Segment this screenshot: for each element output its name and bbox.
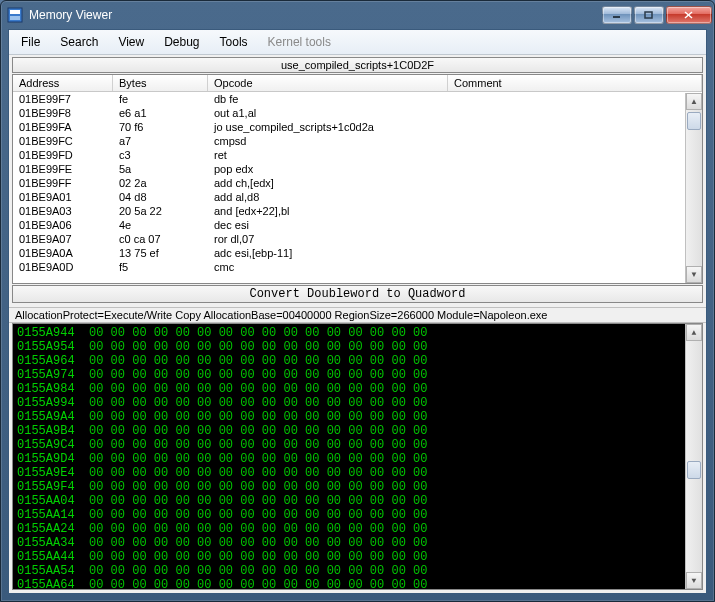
cell-address: 01BE99FF (13, 176, 113, 190)
disasm-row[interactable]: 01BE9A0A13 75 efadc esi,[ebp-11] (13, 246, 702, 260)
disasm-row[interactable]: 01BE99FCa7cmpsd (13, 134, 702, 148)
cell-address: 01BE99FE (13, 162, 113, 176)
cell-bytes: a7 (113, 134, 208, 148)
hex-row[interactable]: 0155A9A4 00 00 00 00 00 00 00 00 00 00 0… (17, 410, 698, 424)
allocation-info: AllocationProtect=Execute/Write Copy All… (9, 307, 706, 323)
window-title: Memory Viewer (29, 8, 600, 22)
disasm-row[interactable]: 01BE99FE5apop edx (13, 162, 702, 176)
hex-row[interactable]: 0155A974 00 00 00 00 00 00 00 00 00 00 0… (17, 368, 698, 382)
cell-address: 01BE99F8 (13, 106, 113, 120)
scroll-up-icon[interactable]: ▲ (686, 93, 702, 110)
hex-row[interactable]: 0155AA24 00 00 00 00 00 00 00 00 00 00 0… (17, 522, 698, 536)
cell-bytes: f5 (113, 260, 208, 274)
cell-address: 01BE9A0D (13, 260, 113, 274)
hex-row[interactable]: 0155AA54 00 00 00 00 00 00 00 00 00 00 0… (17, 564, 698, 578)
hex-scrollbar[interactable]: ▲ ▼ (685, 324, 702, 589)
hex-row[interactable]: 0155AA44 00 00 00 00 00 00 00 00 00 00 0… (17, 550, 698, 564)
cell-bytes: 02 2a (113, 176, 208, 190)
hex-row[interactable]: 0155A964 00 00 00 00 00 00 00 00 00 00 0… (17, 354, 698, 368)
hex-row[interactable]: 0155A9E4 00 00 00 00 00 00 00 00 00 00 0… (17, 466, 698, 480)
menubar: File Search View Debug Tools Kernel tool… (9, 30, 706, 55)
menu-view[interactable]: View (110, 33, 152, 51)
hex-row[interactable]: 0155A9C4 00 00 00 00 00 00 00 00 00 00 0… (17, 438, 698, 452)
hex-row[interactable]: 0155AA14 00 00 00 00 00 00 00 00 00 00 0… (17, 508, 698, 522)
window-buttons (600, 6, 712, 24)
cell-opcode: out a1,al (208, 106, 702, 120)
scroll-up-icon[interactable]: ▲ (686, 324, 702, 341)
cell-opcode: adc esi,[ebp-11] (208, 246, 702, 260)
hex-row[interactable]: 0155A9F4 00 00 00 00 00 00 00 00 00 00 0… (17, 480, 698, 494)
col-comment[interactable]: Comment (448, 75, 702, 91)
col-opcode[interactable]: Opcode (208, 75, 448, 91)
cell-bytes: c0 ca 07 (113, 232, 208, 246)
cell-bytes: c3 (113, 148, 208, 162)
disassembly-panel: Address Bytes Opcode Comment 01BE99F7fed… (12, 74, 703, 284)
column-headers: Address Bytes Opcode Comment (13, 75, 702, 92)
disasm-row[interactable]: 01BE99F7fedb fe (13, 92, 702, 106)
cell-address: 01BE99FC (13, 134, 113, 148)
disasm-row[interactable]: 01BE99FA70 f6jo use_compiled_scripts+1c0… (13, 120, 702, 134)
menu-tools[interactable]: Tools (212, 33, 256, 51)
menu-search[interactable]: Search (52, 33, 106, 51)
cell-address: 01BE99FD (13, 148, 113, 162)
cell-address: 01BE9A0A (13, 246, 113, 260)
svg-rect-2 (10, 16, 20, 20)
hex-row[interactable]: 0155A984 00 00 00 00 00 00 00 00 00 00 0… (17, 382, 698, 396)
maximize-button[interactable] (634, 6, 664, 24)
disasm-row[interactable]: 01BE9A064edec esi (13, 218, 702, 232)
scroll-track[interactable] (686, 341, 702, 572)
disasm-row[interactable]: 01BE99F8e6 a1out a1,al (13, 106, 702, 120)
cell-opcode: dec esi (208, 218, 702, 232)
scroll-down-icon[interactable]: ▼ (686, 266, 702, 283)
disasm-row[interactable]: 01BE99FF02 2aadd ch,[edx] (13, 176, 702, 190)
disassembly-rows[interactable]: 01BE99F7fedb fe01BE99F8e6 a1out a1,al01B… (13, 92, 702, 283)
cell-address: 01BE9A07 (13, 232, 113, 246)
cell-opcode: cmc (208, 260, 702, 274)
disasm-row[interactable]: 01BE99FDc3ret (13, 148, 702, 162)
disasm-row[interactable]: 01BE9A0320 5a 22and [edx+22],bl (13, 204, 702, 218)
scroll-thumb[interactable] (687, 461, 701, 479)
hex-row[interactable]: 0155A954 00 00 00 00 00 00 00 00 00 00 0… (17, 340, 698, 354)
menu-debug[interactable]: Debug (156, 33, 207, 51)
cell-address: 01BE9A03 (13, 204, 113, 218)
cell-bytes: fe (113, 92, 208, 106)
window-frame: Memory Viewer File Search View Debug Too… (0, 0, 715, 602)
instruction-description: Convert Doubleword to Quadword (12, 285, 703, 303)
cell-opcode: and [edx+22],bl (208, 204, 702, 218)
app-icon (7, 7, 23, 23)
cell-bytes: 5a (113, 162, 208, 176)
client-area: File Search View Debug Tools Kernel tool… (8, 29, 707, 594)
hex-row[interactable]: 0155AA64 00 00 00 00 00 00 00 00 00 00 0… (17, 578, 698, 590)
close-button[interactable] (666, 6, 712, 24)
cell-address: 01BE9A01 (13, 190, 113, 204)
cell-address: 01BE99FA (13, 120, 113, 134)
hex-row[interactable]: 0155A994 00 00 00 00 00 00 00 00 00 00 0… (17, 396, 698, 410)
hex-row[interactable]: 0155AA34 00 00 00 00 00 00 00 00 00 00 0… (17, 536, 698, 550)
disasm-row[interactable]: 01BE9A0Df5cmc (13, 260, 702, 274)
minimize-button[interactable] (602, 6, 632, 24)
svg-rect-1 (10, 10, 20, 14)
titlebar[interactable]: Memory Viewer (1, 1, 714, 29)
cell-bytes: 4e (113, 218, 208, 232)
cell-opcode: add ch,[edx] (208, 176, 702, 190)
cell-bytes: e6 a1 (113, 106, 208, 120)
cell-opcode: pop edx (208, 162, 702, 176)
hex-view[interactable]: 0155A944 00 00 00 00 00 00 00 00 00 00 0… (12, 323, 703, 590)
menu-kernel-tools[interactable]: Kernel tools (260, 33, 339, 51)
scroll-track[interactable] (686, 110, 702, 266)
hex-row[interactable]: 0155A944 00 00 00 00 00 00 00 00 00 00 0… (17, 326, 698, 340)
col-bytes[interactable]: Bytes (113, 75, 208, 91)
col-address[interactable]: Address (13, 75, 113, 91)
cell-opcode: add al,d8 (208, 190, 702, 204)
scroll-thumb[interactable] (687, 112, 701, 130)
hex-row[interactable]: 0155A9D4 00 00 00 00 00 00 00 00 00 00 0… (17, 452, 698, 466)
disasm-scrollbar[interactable]: ▲ ▼ (685, 93, 702, 283)
disasm-row[interactable]: 01BE9A0104 d8add al,d8 (13, 190, 702, 204)
menu-file[interactable]: File (13, 33, 48, 51)
cell-opcode: ret (208, 148, 702, 162)
hex-row[interactable]: 0155A9B4 00 00 00 00 00 00 00 00 00 00 0… (17, 424, 698, 438)
disasm-row[interactable]: 01BE9A07c0 ca 07ror dl,07 (13, 232, 702, 246)
scroll-down-icon[interactable]: ▼ (686, 572, 702, 589)
hex-row[interactable]: 0155AA04 00 00 00 00 00 00 00 00 00 00 0… (17, 494, 698, 508)
svg-rect-4 (645, 12, 652, 18)
